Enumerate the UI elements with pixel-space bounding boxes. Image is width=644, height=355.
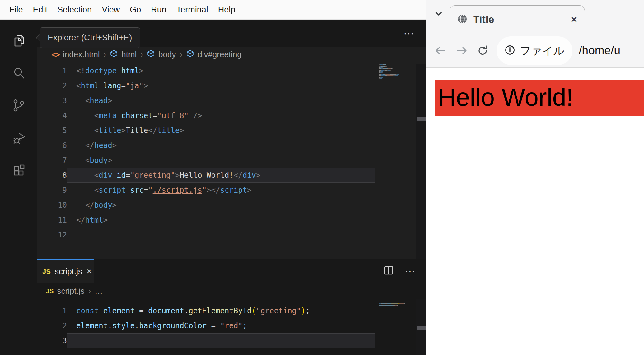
scrollbar-thumb[interactable] [417,117,426,121]
breadcrumb-separator: › [140,50,143,59]
scrollbar-js[interactable] [416,299,426,355]
close-tab-icon[interactable]: ✕ [570,14,578,25]
hello-heading: Hello World! [435,80,644,116]
code-line[interactable]: 11</html> [37,213,375,228]
file-scheme-label: ファイル [520,44,564,58]
code-line[interactable]: 2element.style.backgroundColor = "red"; [37,318,375,333]
code-line[interactable]: 3 [37,333,375,348]
tab-search-chevron-icon[interactable] [434,11,443,18]
code-line[interactable]: 6 </head> [37,138,375,153]
source-control-button[interactable] [0,90,37,122]
split-editor-icon[interactable] [384,266,394,276]
menu-run[interactable]: Run [146,0,171,20]
breadcrumb-body[interactable]: body [158,50,176,59]
info-icon [505,45,515,57]
scrollbar-thumb-js[interactable] [417,326,426,330]
tooltip-text: Explorer (Ctrl+Shift+E) [48,33,132,43]
extensions-icon [11,162,26,179]
menu-edit[interactable]: Edit [28,0,53,20]
html-code-editor[interactable]: 1<!doctype html>2<html lang="ja">3 <head… [37,63,375,242]
more-actions-icon[interactable]: ⋯ [404,20,415,47]
activity-bar [0,20,37,355]
breadcrumb-js-ellipsis[interactable]: … [95,286,103,296]
code-line[interactable]: 7 <body> [37,153,375,168]
code-line[interactable]: 4 <meta charset="utf-8" /> [37,108,375,123]
menu-terminal[interactable]: Terminal [171,0,213,20]
indent-guide [84,93,84,213]
run-debug-button[interactable] [0,122,37,154]
code-line[interactable]: 9 <script src="./script.js"></script> [37,183,375,198]
search-icon [11,65,26,82]
breadcrumb-separator: › [88,286,91,296]
editor-area: ⋯ <> index.html › html › body › div#gree… [37,20,426,355]
js-file-icon: JS [42,268,51,276]
browser-toolbar: ファイル /home/u [426,34,644,68]
breadcrumb-div-greeting[interactable]: div#greeting [198,50,242,59]
breadcrumb-separator: › [103,50,107,59]
browser-tab-title: Title [473,14,494,25]
symbol-cube-icon [186,49,194,60]
minimap-js[interactable] [379,303,415,307]
breadcrumb-js-file[interactable]: script.js [57,286,84,296]
menu-bar: File Edit Selection View Go Run Terminal… [0,0,426,20]
code-line[interactable]: 8 <div id="greeting">Hello World!</div> [37,168,375,183]
browser-tab-strip: Title ✕ [426,0,644,34]
reload-icon[interactable] [477,44,489,57]
more-actions-icon[interactable]: ⋯ [405,265,416,277]
code-line[interactable]: 10 </body> [37,198,375,213]
breadcrumb-file[interactable]: index.html [63,50,100,59]
js-file-icon: JS [46,288,54,295]
close-tab-icon[interactable]: ✕ [86,267,92,276]
tab-label: script.js [55,267,82,276]
breadcrumb-separator: › [179,50,183,59]
symbol-cube-icon [110,49,118,60]
code-line[interactable]: 12 [37,228,375,242]
editor-tab-bar-bottom: JS script.js ✕ ⋯ [37,259,426,283]
menu-file[interactable]: File [4,0,28,20]
code-line[interactable]: 1<!doctype html> [37,63,375,78]
breadcrumb-html[interactable]: html [121,50,137,59]
forward-icon[interactable] [456,45,468,56]
extensions-button[interactable] [0,154,37,187]
globe-icon [457,13,468,26]
code-line[interactable]: 1const element = document.getElementById… [37,303,375,318]
files-icon [11,33,26,50]
html-file-icon: <> [51,50,59,59]
browser-window: Title ✕ ファイル /home/u Hello World! [426,0,644,355]
code-line[interactable]: 3 <head> [37,93,375,108]
menu-go[interactable]: Go [125,0,146,20]
debug-icon [11,130,27,147]
back-icon[interactable] [434,45,446,56]
browser-tab[interactable]: Title ✕ [450,5,585,34]
js-code-editor[interactable]: 1const element = document.getElementById… [37,303,375,348]
code-line[interactable]: 2<html lang="ja"> [37,78,375,93]
breadcrumb: <> index.html › html › body › div#greeti… [37,47,426,62]
git-branch-icon [11,98,26,114]
site-info-chip[interactable]: ファイル [497,36,572,65]
vscode-window: File Edit Selection View Go Run Terminal… [0,0,426,355]
browser-page: Hello World! [426,68,644,355]
menu-view[interactable]: View [97,0,125,20]
minimap[interactable] [379,64,415,81]
breadcrumb-js: JS script.js › … [37,283,426,299]
code-line[interactable]: 5 <title>Title</title> [37,123,375,138]
explorer-button[interactable] [0,25,37,58]
explorer-tooltip: Explorer (Ctrl+Shift+E) [40,27,140,48]
bottom-editor-group: JS script.js ✕ ⋯ JS script.js › … 1const [37,259,426,355]
menu-help[interactable]: Help [213,0,240,20]
symbol-cube-icon [147,49,155,60]
search-button[interactable] [0,58,37,90]
address-bar-url[interactable]: /home/u [579,44,644,57]
scrollbar[interactable] [416,64,426,259]
menu-selection[interactable]: Selection [52,0,97,20]
tab-script-js[interactable]: JS script.js ✕ [37,259,94,283]
